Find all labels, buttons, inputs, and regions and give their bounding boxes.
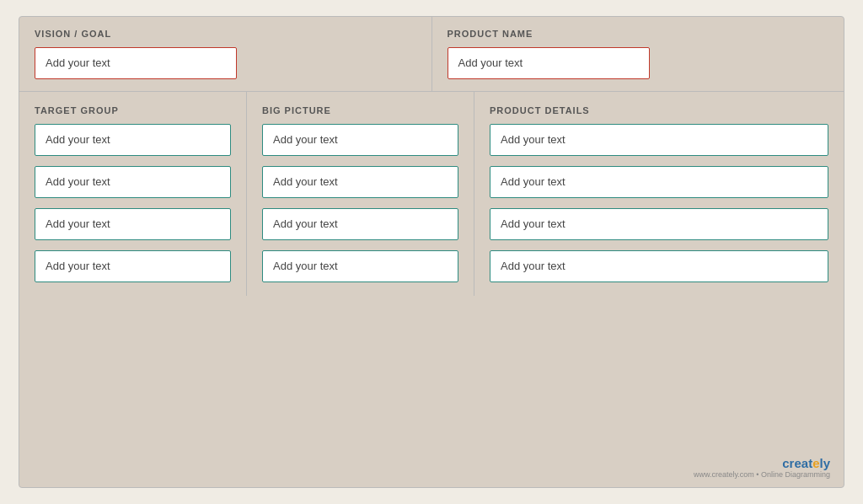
vision-section: VISION / GOAL Add your text (19, 17, 432, 91)
product-details-label: PRODUCT DETAILS (490, 105, 828, 115)
product-name-label: PRODUCT NAME (448, 29, 829, 39)
target-group-input-3[interactable]: Add your text (35, 208, 231, 240)
bottom-section: TARGET GROUP Add your text Add your text… (19, 92, 844, 296)
brand-name: creately (694, 456, 830, 470)
target-group-input-1[interactable]: Add your text (35, 124, 231, 156)
big-picture-input-2[interactable]: Add your text (262, 166, 458, 198)
big-picture-input-4[interactable]: Add your text (262, 250, 458, 282)
canvas: VISION / GOAL Add your text PRODUCT NAME… (19, 16, 844, 488)
target-group-input-4[interactable]: Add your text (35, 250, 231, 282)
product-details-input-3[interactable]: Add your text (490, 208, 828, 240)
target-group-column: TARGET GROUP Add your text Add your text… (19, 92, 247, 296)
brand-url: www.creately.com • Online Diagramming (694, 470, 830, 479)
big-picture-column: BIG PICTURE Add your text Add your text … (247, 92, 474, 296)
top-section: VISION / GOAL Add your text PRODUCT NAME… (19, 17, 844, 92)
target-group-input-2[interactable]: Add your text (35, 166, 231, 198)
product-details-column: PRODUCT DETAILS Add your text Add your t… (474, 92, 844, 296)
watermark: creately www.creately.com • Online Diagr… (694, 456, 830, 479)
product-details-input-1[interactable]: Add your text (490, 124, 828, 156)
product-name-section: PRODUCT NAME Add your text (432, 17, 844, 91)
brand-dot: e (812, 456, 819, 470)
vision-input[interactable]: Add your text (35, 47, 237, 79)
product-name-input[interactable]: Add your text (448, 47, 650, 79)
vision-label: VISION / GOAL (35, 29, 416, 39)
big-picture-input-1[interactable]: Add your text (262, 124, 458, 156)
big-picture-label: BIG PICTURE (262, 105, 458, 115)
big-picture-input-3[interactable]: Add your text (262, 208, 458, 240)
product-details-input-2[interactable]: Add your text (490, 166, 828, 198)
product-details-input-4[interactable]: Add your text (490, 250, 828, 282)
target-group-label: TARGET GROUP (35, 105, 231, 115)
